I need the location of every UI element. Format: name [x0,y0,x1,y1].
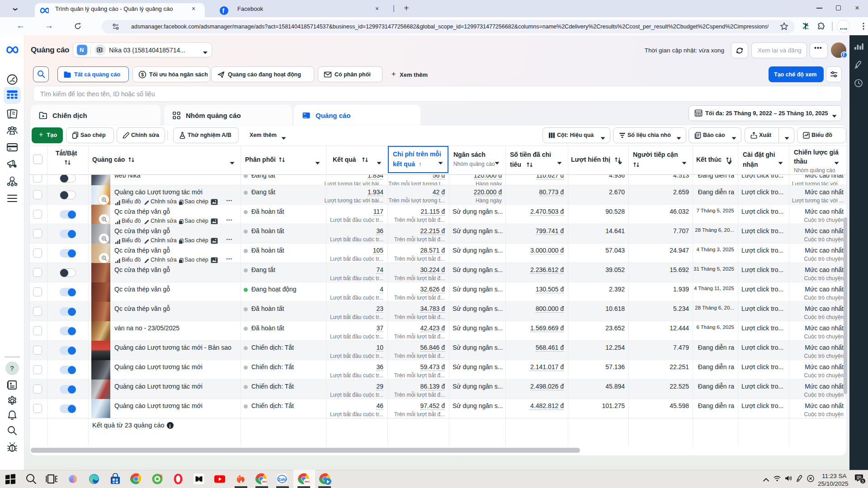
svg-text:$: $ [141,72,144,77]
svg-text:Zalo: Zalo [278,477,287,482]
